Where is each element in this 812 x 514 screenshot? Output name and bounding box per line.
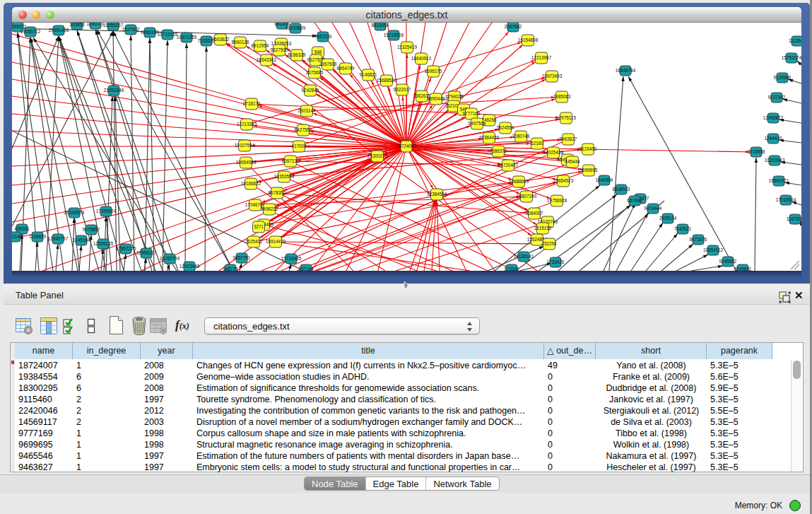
- svg-text:3824554: 3824554: [497, 125, 514, 130]
- svg-text:13353594: 13353594: [274, 174, 295, 179]
- svg-text:8938923: 8938923: [613, 187, 630, 192]
- svg-text:8990448: 8990448: [428, 96, 445, 101]
- svg-text:19756928: 19756928: [547, 198, 567, 203]
- svg-text:16543362: 16543362: [257, 57, 277, 62]
- svg-text:12093872: 12093872: [763, 115, 784, 120]
- svg-text:8215958: 8215958: [748, 149, 765, 154]
- svg-text:445444: 445444: [565, 159, 580, 164]
- svg-text:6466160: 6466160: [141, 30, 159, 35]
- svg-text:1696175: 1696175: [425, 69, 442, 74]
- svg-text:7663822: 7663822: [212, 37, 230, 42]
- svg-text:12213382: 12213382: [237, 122, 257, 127]
- svg-text:12505135: 12505135: [93, 241, 114, 246]
- svg-text:8813054: 8813054: [372, 23, 389, 28]
- svg-text:3271: 3271: [254, 224, 264, 229]
- svg-text:9327500: 9327500: [271, 47, 288, 52]
- svg-text:2367608: 2367608: [319, 62, 337, 66]
- svg-text:7485063: 7485063: [553, 94, 571, 99]
- svg-text:16154808: 16154808: [518, 37, 539, 42]
- svg-text:667496: 667496: [627, 198, 642, 203]
- svg-text:8912954: 8912954: [252, 43, 269, 48]
- svg-text:10688609: 10688609: [509, 179, 529, 184]
- svg-text:18807249: 18807249: [517, 194, 537, 199]
- svg-text:417006: 417006: [291, 144, 307, 148]
- svg-text:10025438: 10025438: [543, 150, 564, 155]
- svg-text:435061: 435061: [14, 226, 30, 231]
- svg-text:1080748: 1080748: [512, 134, 530, 139]
- svg-text:12213967: 12213967: [531, 55, 552, 60]
- svg-text:2935114: 2935114: [659, 216, 677, 221]
- svg-text:8186328: 8186328: [288, 52, 306, 57]
- svg-text:7386372: 7386372: [490, 148, 507, 153]
- svg-text:17359924: 17359924: [96, 209, 117, 214]
- svg-text:10958117: 10958117: [136, 250, 156, 255]
- svg-text:15692971: 15692971: [769, 178, 789, 183]
- svg-text:15720407: 15720407: [498, 163, 519, 168]
- svg-text:16782759: 16782759: [160, 256, 180, 261]
- svg-text:8454749: 8454749: [337, 66, 355, 71]
- svg-text:16033809: 16033809: [286, 25, 306, 30]
- svg-text:8471676: 8471676: [690, 237, 707, 242]
- svg-text:2718176: 2718176: [243, 101, 261, 106]
- svg-text:15716485: 15716485: [281, 256, 302, 261]
- svg-text:9146821: 9146821: [360, 72, 377, 77]
- svg-text:1890371: 1890371: [87, 23, 105, 26]
- svg-text:9227342: 9227342: [768, 95, 786, 100]
- svg-text:18724007: 18724007: [396, 144, 417, 148]
- svg-text:1733426: 1733426: [547, 259, 565, 264]
- svg-text:16914479: 16914479: [266, 239, 286, 244]
- svg-text:12975115: 12975115: [556, 115, 576, 120]
- svg-text:8427552: 8427552: [295, 127, 312, 132]
- svg-text:10655257: 10655257: [103, 23, 124, 28]
- svg-text:62160: 62160: [531, 141, 543, 146]
- svg-text:103853: 103853: [69, 23, 85, 27]
- svg-text:16648784: 16648784: [616, 68, 636, 73]
- svg-text:19218506: 19218506: [384, 33, 404, 37]
- svg-text:20691406: 20691406: [49, 28, 69, 33]
- svg-text:10654112: 10654112: [703, 247, 723, 252]
- svg-text:10654985: 10654985: [236, 160, 257, 165]
- svg-text:252254: 252254: [541, 241, 557, 246]
- svg-text:3084067: 3084067: [526, 211, 543, 216]
- svg-text:9129966: 9129966: [774, 75, 792, 80]
- svg-text:3498222: 3498222: [261, 206, 278, 211]
- svg-text:9474444: 9474444: [645, 206, 662, 211]
- svg-text:15688520: 15688520: [377, 78, 397, 83]
- svg-text:3375685: 3375685: [306, 70, 324, 75]
- svg-text:9699695: 9699695: [580, 168, 598, 173]
- svg-text:14055712: 14055712: [20, 29, 41, 34]
- svg-text:9457791: 9457791: [233, 255, 251, 260]
- svg-text:2087682: 2087682: [505, 24, 522, 29]
- svg-text:10107554: 10107554: [235, 143, 255, 148]
- svg-text:1640954: 1640954: [596, 177, 613, 182]
- svg-text:7625402: 7625402: [245, 239, 263, 244]
- svg-text:7632621: 7632621: [674, 226, 692, 231]
- svg-text:9975857: 9975857: [83, 227, 100, 232]
- svg-text:1145194: 1145194: [73, 238, 90, 243]
- svg-text:1527602: 1527602: [122, 27, 140, 32]
- svg-text:9777169: 9777169: [463, 111, 481, 116]
- svg-text:7357224: 7357224: [314, 34, 332, 39]
- svg-text:546: 546: [314, 49, 322, 54]
- svg-text:6497568: 6497568: [469, 121, 486, 126]
- svg-text:15751074: 15751074: [782, 55, 801, 60]
- svg-text:10210643: 10210643: [765, 158, 785, 163]
- svg-text:10719155: 10719155: [158, 32, 178, 37]
- svg-text:11325419: 11325419: [397, 45, 417, 49]
- svg-text:9463627: 9463627: [560, 136, 577, 141]
- svg-text:12942757: 12942757: [48, 236, 69, 241]
- svg-text:12923448: 12923448: [180, 264, 200, 269]
- svg-text:9115460: 9115460: [579, 146, 597, 151]
- svg-text:1167533: 1167533: [787, 216, 801, 221]
- svg-text:1112644: 1112644: [789, 38, 801, 43]
- svg-text:20364436: 20364436: [479, 135, 500, 140]
- svg-text:16640910: 16640910: [411, 56, 432, 61]
- svg-text:2603144: 2603144: [298, 108, 316, 113]
- svg-text:8267130: 8267130: [282, 158, 300, 163]
- svg-text:14136141: 14136141: [514, 254, 534, 259]
- svg-text:9242845: 9242845: [302, 88, 319, 93]
- svg-text:17957225: 17957225: [116, 246, 136, 251]
- svg-text:17016504: 17016504: [776, 197, 796, 202]
- svg-text:19654923: 19654923: [553, 178, 574, 183]
- svg-text:25300275: 25300275: [367, 153, 388, 158]
